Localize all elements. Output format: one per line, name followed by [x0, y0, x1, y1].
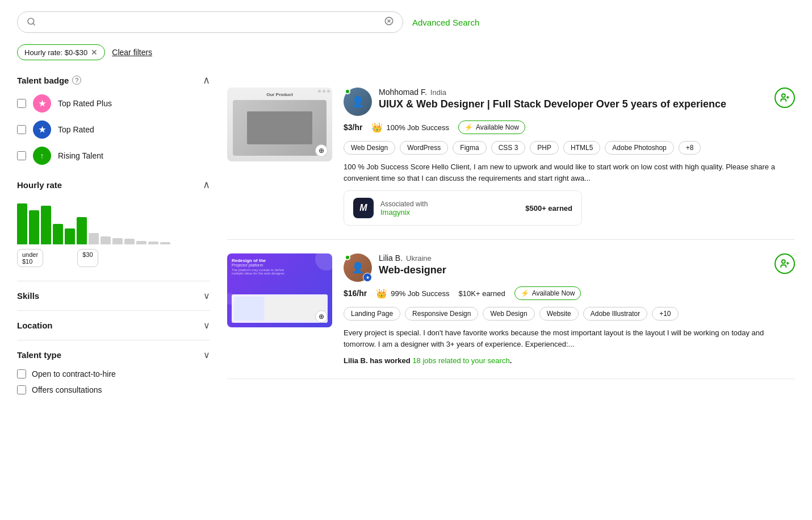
skill-tag-wordpress[interactable]: WordPress: [400, 141, 448, 155]
zoom-icon-2[interactable]: ⊕: [315, 310, 328, 323]
available-label-1: Available Now: [476, 123, 519, 131]
skill-tag-adobe-photoshop[interactable]: Adobe Photoshop: [605, 141, 673, 155]
success-text-1: 100% Job Success: [386, 123, 449, 132]
remove-filter-icon[interactable]: ✕: [91, 48, 98, 57]
top-rated-icon: ★: [33, 120, 51, 139]
skill-tag-figma[interactable]: Figma: [453, 141, 486, 155]
skills-chevron-icon: ∨: [203, 290, 210, 301]
top-rated-plus-option[interactable]: ★ Top Rated Plus: [17, 94, 210, 113]
freelancer-bio-1: 100 % Job Success Score Hello Client, I …: [344, 161, 795, 184]
bar-9: [112, 238, 123, 244]
clear-search-button[interactable]: [384, 16, 394, 28]
zoom-icon-1[interactable]: ⊕: [315, 144, 328, 157]
talent-badge-header[interactable]: Talent badge ? ∧: [17, 74, 210, 86]
consultations-option[interactable]: Offers consultations: [17, 385, 210, 394]
portfolio-image-1[interactable]: Our Product ⊕: [227, 88, 332, 161]
skill-tag-php[interactable]: PHP: [530, 141, 559, 155]
invite-button-1[interactable]: [775, 88, 795, 108]
consultations-label: Offers consultations: [32, 385, 102, 394]
skill-tag-landing-page[interactable]: Landing Page: [344, 307, 400, 321]
skill-tag-responsive-design[interactable]: Responsive Design: [405, 307, 478, 321]
talent-type-chevron-icon: ∨: [203, 350, 210, 360]
earned-text-2: $10K+ earned: [459, 289, 505, 298]
skill-tag-html5[interactable]: HTML5: [563, 141, 600, 155]
job-success-1: 👑 100% Job Success: [371, 122, 449, 133]
top-rated-plus-icon: ★: [33, 94, 51, 113]
sidebar: Talent badge ? ∧ ★ Top Rated Plus ★ Top …: [17, 74, 210, 410]
top-rated-checkbox[interactable]: [17, 125, 26, 134]
freelancer-name-1: Mohhomad F.: [379, 88, 427, 97]
hourly-rate-title: Hourly rate: [17, 180, 62, 190]
lightning-icon-1: ⚡: [464, 123, 473, 131]
top-rated-option[interactable]: ★ Top Rated: [17, 120, 210, 139]
skills-header[interactable]: Skills ∨: [17, 290, 210, 301]
rate-label-under10: under$10: [17, 249, 43, 267]
more-skills-1[interactable]: +8: [679, 141, 701, 155]
hourly-rate-header[interactable]: Hourly rate ∧: [17, 178, 210, 191]
talent-badge-collapse-icon: ∧: [203, 74, 210, 86]
bar-1: [17, 203, 27, 244]
more-skills-2[interactable]: +10: [652, 307, 678, 321]
rising-talent-option[interactable]: ↑ Rising Talent: [17, 147, 210, 165]
online-status-1: [345, 89, 350, 94]
svg-point-5: [782, 94, 785, 97]
freelancer-identity-1: 👤 Mohhomad F. India UIUX & Web Designer …: [344, 88, 726, 116]
job-success-2: 👑 99% Job Success: [376, 288, 449, 299]
skill-tag-css3[interactable]: CSS 3: [491, 141, 526, 155]
location-chevron-icon: ∨: [203, 320, 210, 331]
agency-name-1: Imagynix: [380, 208, 518, 217]
rate-text-1: $3/hr: [344, 123, 362, 132]
redesign-mockup-desc: The platform may contain to definemultip…: [232, 268, 328, 275]
talent-type-section: Talent type ∨ Open to contract-to-hire O…: [17, 340, 210, 410]
skill-tag-website[interactable]: Website: [539, 307, 579, 321]
rising-talent-checkbox[interactable]: [17, 151, 26, 160]
jobs-related-prefix: Lilia B. has worked: [344, 356, 412, 365]
crown-icon-1: 👑: [371, 122, 383, 133]
talent-type-header[interactable]: Talent type ∨: [17, 350, 210, 360]
available-badge-1: ⚡ Available Now: [458, 120, 525, 134]
freelancer-bio-2: Every project is special. I don't have f…: [344, 327, 795, 350]
bar-11: [136, 241, 147, 244]
svg-line-1: [33, 23, 35, 25]
freelancer-info-1: 👤 Mohhomad F. India UIUX & Web Designer …: [344, 88, 795, 226]
agency-logo-1: M: [353, 198, 374, 218]
clear-filters-button[interactable]: Clear filters: [112, 48, 152, 57]
top-rated-plus-checkbox[interactable]: [17, 99, 26, 108]
crown-icon-2: 👑: [376, 288, 387, 299]
skills-tags-2: Landing Page Responsive Design Web Desig…: [344, 307, 795, 321]
advanced-search-link[interactable]: Advanced Search: [412, 18, 479, 27]
redesign-mockup-subtitle: Projector platform: [232, 263, 328, 267]
hourly-rate-collapse-icon: ∧: [203, 178, 210, 191]
search-bar: web designer: [17, 11, 403, 33]
bar-8: [101, 236, 111, 244]
skill-tag-adobe-illustrator[interactable]: Adobe Illustrator: [583, 307, 647, 321]
contract-to-hire-option[interactable]: Open to contract-to-hire: [17, 369, 210, 378]
search-input[interactable]: web designer: [41, 18, 379, 27]
freelancer-card-2: Redesign of the Projector platform The p…: [227, 240, 795, 379]
portfolio-image-2[interactable]: Redesign of the Projector platform The p…: [227, 253, 332, 327]
skill-tag-web-design-1[interactable]: Web Design: [344, 141, 395, 155]
invite-button-2[interactable]: [775, 253, 795, 274]
freelancer-title-1: UIUX & Web Designer | Full Stack Develop…: [379, 98, 726, 111]
bar-13: [160, 242, 170, 244]
hourly-rate-filter-chip[interactable]: Hourly rate: $0-$30 ✕: [17, 44, 105, 60]
skill-tag-web-design-2[interactable]: Web Design: [483, 307, 534, 321]
location-header[interactable]: Location ∨: [17, 320, 210, 331]
freelancer-name-location-1: Mohhomad F. India UIUX & Web Designer | …: [379, 88, 726, 111]
consultations-checkbox[interactable]: [17, 385, 26, 394]
contract-to-hire-checkbox[interactable]: [17, 369, 26, 378]
lightning-icon-2: ⚡: [521, 289, 529, 297]
agency-info-1: Associated with Imagynix: [380, 200, 518, 217]
success-text-2: 99% Job Success: [391, 289, 449, 298]
top-rated-badge-2: ★: [363, 273, 372, 282]
card-header-1: 👤 Mohhomad F. India UIUX & Web Designer …: [344, 88, 795, 116]
freelancer-name-location-2: Lilia B. Ukraine Web-designer: [379, 253, 446, 277]
jobs-related-link[interactable]: 18 jobs related to your search: [412, 356, 509, 365]
agency-card-1[interactable]: M Associated with Imagynix $500+ earned: [344, 190, 582, 226]
svg-point-8: [782, 260, 785, 263]
top-rated-label: Top Rated: [58, 125, 94, 134]
available-label-2: Available Now: [532, 289, 575, 297]
agency-earned-1: $500+ earned: [525, 204, 572, 213]
freelancer-identity-2: 👤 ★ Lilia B. Ukraine Web-designer: [344, 253, 446, 282]
contract-to-hire-label: Open to contract-to-hire: [32, 369, 116, 378]
